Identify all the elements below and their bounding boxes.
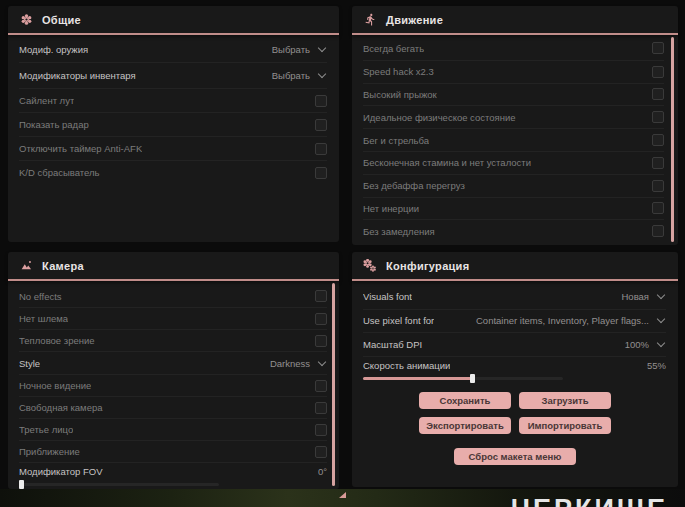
checkbox[interactable]: [652, 225, 664, 237]
row-label: Нет инерции: [363, 203, 419, 214]
config-row: Скорость анимации55%: [363, 356, 666, 386]
row-label: Масштаб DPI: [363, 339, 422, 350]
row-label: Модификатор FOV: [19, 466, 103, 477]
camera-row[interactable]: No effects: [19, 285, 327, 307]
checkbox[interactable]: [315, 446, 327, 458]
checkbox[interactable]: [652, 42, 664, 54]
movement-row[interactable]: Бесконечная стамина и нет усталости: [363, 151, 664, 174]
checkbox[interactable]: [315, 402, 327, 414]
select-value[interactable]: 100%: [625, 339, 649, 350]
config-button[interactable]: Экспортировать: [419, 417, 511, 434]
panel-title: Конфигурация: [386, 260, 469, 272]
checkbox[interactable]: [652, 202, 664, 214]
movement-row[interactable]: Без дебаффа перегруз: [363, 174, 664, 197]
panel-camera-rows: No effectsНет шлемаТепловое зрениеStyleD…: [19, 285, 327, 490]
movement-row[interactable]: Высокий прыжок: [363, 83, 664, 106]
row-label: Тепловое зрение: [19, 335, 95, 346]
config-row: Visuals fontНовая: [363, 285, 666, 309]
checkbox[interactable]: [315, 143, 327, 155]
row-label: Показать радар: [19, 119, 89, 130]
config-button[interactable]: Сохранить: [419, 392, 511, 409]
chevron-down-icon[interactable]: [657, 339, 665, 347]
movement-row[interactable]: Без замедления: [363, 219, 664, 242]
checkbox[interactable]: [315, 313, 327, 325]
chevron-down-icon[interactable]: [318, 357, 326, 365]
movement-row[interactable]: Speed hack x2.3: [363, 60, 664, 83]
row-label: Без замедления: [363, 226, 435, 237]
panel-config-header: Конфигурация: [352, 252, 678, 281]
gear-flower-icon: [19, 13, 33, 27]
camera-row[interactable]: Третье лицо: [19, 418, 327, 440]
panel-movement: Движение Всегда бегатьSpeed hack x2.3Выс…: [352, 6, 678, 245]
camera-row[interactable]: Ночное видение: [19, 374, 327, 396]
movement-row[interactable]: Нет инерции: [363, 197, 664, 220]
config-row: Use pixel font forContainer items, Inven…: [363, 309, 666, 333]
checkbox[interactable]: [652, 111, 664, 123]
checkbox[interactable]: [652, 66, 664, 78]
checkbox[interactable]: [315, 167, 327, 179]
mod-menu-page: ЧЕРКИШЕ Общие Модиф. оружияВыбратьМодифи…: [0, 0, 685, 507]
checkbox[interactable]: [652, 134, 664, 146]
slider[interactable]: [19, 483, 219, 486]
scrollbar[interactable]: [332, 283, 335, 486]
camera-row[interactable]: Тепловое зрение: [19, 329, 327, 351]
row-label: Свободная камера: [19, 402, 103, 413]
camera-row[interactable]: Свободная камера: [19, 396, 327, 418]
panel-config-rows: Visuals fontНоваяUse pixel font forConta…: [363, 285, 666, 386]
checkbox[interactable]: [315, 119, 327, 131]
chevron-down-icon[interactable]: [318, 70, 326, 78]
config-button-grid: СохранитьЗагрузитьЭкспортироватьИмпортир…: [419, 392, 611, 434]
panel-config: Конфигурация Visuals fontНоваяUse pixel …: [352, 252, 678, 487]
checkbox[interactable]: [652, 157, 664, 169]
gears-icon: [363, 259, 377, 273]
select-value[interactable]: Выбрать: [272, 44, 310, 55]
row-label: Ночное видение: [19, 380, 91, 391]
checkbox[interactable]: [315, 424, 327, 436]
slider[interactable]: [363, 377, 563, 380]
panel-title: Движение: [386, 14, 443, 26]
select-value[interactable]: Darkness: [270, 358, 310, 369]
chevron-down-icon[interactable]: [318, 43, 326, 51]
panel-camera-header: Камера: [8, 252, 339, 281]
config-button-row: ЭкспортироватьИмпортировать: [419, 417, 611, 434]
config-button[interactable]: Импортировать: [519, 417, 611, 434]
select-value[interactable]: Выбрать: [272, 70, 310, 81]
row-label: Бег и стрельба: [363, 135, 429, 146]
select-value[interactable]: Container items, Inventory, Player flags…: [476, 315, 649, 326]
row-label: Speed hack x2.3: [363, 66, 434, 77]
camera-row[interactable]: Приближение: [19, 440, 327, 462]
panel-title: Камера: [42, 260, 84, 272]
resize-handle-icon[interactable]: [339, 492, 346, 498]
general-row[interactable]: Показать радар: [19, 112, 327, 136]
movement-row[interactable]: Всегда бегать: [363, 37, 664, 60]
panel-movement-header: Движение: [352, 6, 678, 35]
panel-title: Общие: [42, 14, 81, 26]
movement-row[interactable]: Бег и стрельба: [363, 128, 664, 151]
slider-thumb[interactable]: [19, 480, 24, 489]
checkbox[interactable]: [315, 380, 327, 392]
row-label: Скорость анимации: [363, 360, 450, 371]
row-label: Нет шлема: [19, 313, 68, 324]
watermark-text: ЧЕРКИШЕ: [511, 494, 668, 507]
camera-row: Модификатор FOV0°: [19, 462, 327, 490]
movement-row[interactable]: Идеальное физическое состояние: [363, 105, 664, 128]
checkbox[interactable]: [315, 95, 327, 107]
config-button[interactable]: Загрузить: [519, 392, 611, 409]
general-row: Модификаторы инвентаряВыбрать: [19, 62, 327, 88]
chevron-down-icon[interactable]: [657, 291, 665, 299]
reset-menu-layout-button[interactable]: Сброс макета меню: [454, 448, 577, 465]
general-row[interactable]: Сайлент лут: [19, 88, 327, 112]
checkbox[interactable]: [652, 88, 664, 100]
chevron-down-icon[interactable]: [657, 315, 665, 323]
general-row[interactable]: Отключить таймер Anti-AFK: [19, 136, 327, 160]
select-value[interactable]: Новая: [621, 291, 649, 302]
general-row[interactable]: K/D сбрасыватель: [19, 160, 327, 184]
checkbox[interactable]: [315, 290, 327, 302]
slider-thumb[interactable]: [470, 374, 475, 383]
camera-row[interactable]: Нет шлема: [19, 307, 327, 329]
scrollbar[interactable]: [671, 37, 674, 242]
row-label: K/D сбрасыватель: [19, 167, 100, 178]
checkbox[interactable]: [652, 180, 664, 192]
image-mountain-icon: [19, 259, 33, 273]
checkbox[interactable]: [315, 335, 327, 347]
